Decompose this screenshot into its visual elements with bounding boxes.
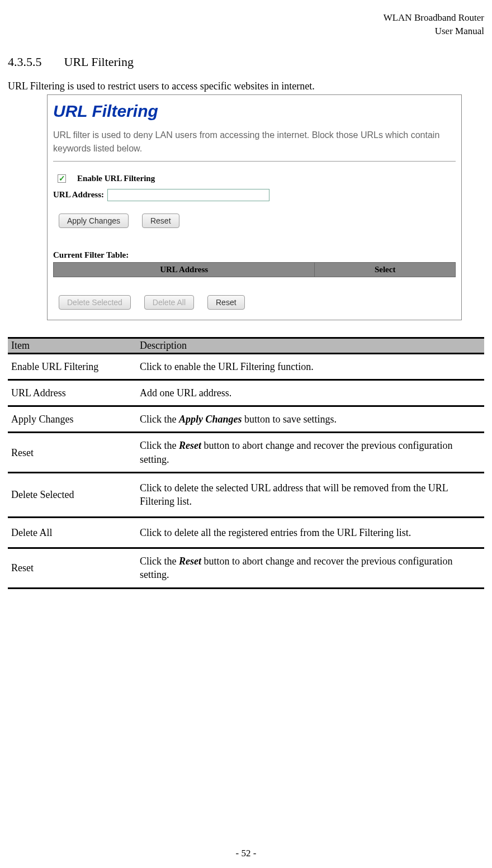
table-row: Enable URL Filtering Click to enable the…: [8, 354, 484, 381]
table-row: Apply Changes Click the Apply Changes bu…: [8, 407, 484, 433]
desc-cell: Click the Reset button to abort change a…: [136, 433, 484, 473]
enable-checkbox[interactable]: ✓: [58, 174, 66, 183]
header-desc: Description: [136, 337, 484, 354]
url-address-input[interactable]: [107, 189, 269, 201]
filter-table-header-row: URL Address Select: [54, 262, 456, 277]
screenshot-desc: URL filter is used to deny LAN users fro…: [53, 129, 456, 155]
section-number: 4.3.5.5: [8, 55, 42, 69]
check-icon: ✓: [59, 174, 65, 182]
desc-cell: Click the Apply Changes button to save s…: [136, 407, 484, 433]
item-cell: Delete All: [8, 518, 136, 549]
page-number: - 52 -: [0, 848, 492, 859]
url-address-row: URL Address:: [53, 189, 456, 201]
delete-selected-button[interactable]: Delete Selected: [59, 295, 131, 310]
screenshot-panel: URL Filtering URL filter is used to deny…: [47, 94, 462, 320]
button-row-2: Delete Selected Delete All Reset: [59, 295, 456, 310]
item-cell: Enable URL Filtering: [8, 354, 136, 381]
item-cell: Reset: [8, 549, 136, 589]
col-url-address: URL Address: [54, 262, 315, 277]
screenshot-title: URL Filtering: [53, 102, 456, 121]
header-item: Item: [8, 337, 136, 354]
description-table: Item Description Enable URL Filtering Cl…: [8, 337, 484, 589]
item-cell: Reset: [8, 433, 136, 473]
desc-cell: Click to enable the URL Filtering functi…: [136, 354, 484, 381]
item-cell: Delete Selected: [8, 473, 136, 518]
section-title: URL Filtering: [64, 55, 134, 69]
filter-table: URL Address Select: [53, 262, 456, 277]
intro-text: URL Filtering is used to restrict users …: [8, 80, 484, 92]
desc-cell: Add one URL address.: [136, 381, 484, 407]
header-line-2: User Manual: [8, 25, 484, 38]
delete-all-button[interactable]: Delete All: [144, 295, 194, 310]
enable-label: Enable URL Filtering: [77, 174, 155, 183]
reset-button-2[interactable]: Reset: [207, 295, 245, 310]
divider: [53, 161, 456, 162]
desc-cell: Click to delete all the registered entri…: [136, 518, 484, 549]
table-row: Reset Click the Reset button to abort ch…: [8, 433, 484, 473]
table-row: Reset Click the Reset button to abort ch…: [8, 549, 484, 589]
section-heading: 4.3.5.5URL Filtering: [8, 55, 484, 69]
desc-cell: Click to delete the selected URL address…: [136, 473, 484, 518]
item-cell: Apply Changes: [8, 407, 136, 433]
enable-checkbox-row: ✓ Enable URL Filtering: [58, 174, 456, 183]
apply-changes-button[interactable]: Apply Changes: [59, 214, 129, 228]
filter-table-title: Current Filter Table:: [53, 250, 456, 260]
item-cell: URL Address: [8, 381, 136, 407]
table-row: Delete Selected Click to delete the sele…: [8, 473, 484, 518]
page-header: WLAN Broadband Router User Manual: [8, 11, 484, 38]
reset-button[interactable]: Reset: [142, 214, 179, 228]
header-line-1: WLAN Broadband Router: [8, 11, 484, 25]
table-row: Delete All Click to delete all the regis…: [8, 518, 484, 549]
button-row-1: Apply Changes Reset: [59, 214, 456, 228]
col-select: Select: [315, 262, 456, 277]
desc-cell: Click the Reset button to abort change a…: [136, 549, 484, 589]
table-header-row: Item Description: [8, 337, 484, 354]
table-row: URL Address Add one URL address.: [8, 381, 484, 407]
url-address-label: URL Address:: [53, 190, 104, 200]
